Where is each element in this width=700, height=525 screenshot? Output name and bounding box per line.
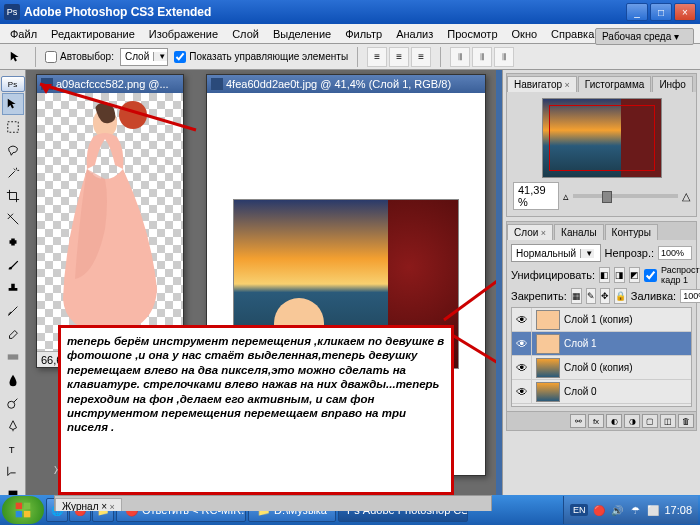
autoselect-checkbox[interactable] xyxy=(45,51,57,63)
fx-icon[interactable]: fx xyxy=(588,414,604,428)
tray-icon[interactable]: 🔴 xyxy=(592,503,606,517)
tab-info[interactable]: Инфо xyxy=(652,76,693,92)
eraser-tool[interactable] xyxy=(2,323,24,345)
visibility-icon[interactable]: 👁 xyxy=(512,308,532,331)
zoom-in-icon[interactable]: △ xyxy=(682,190,690,203)
navigator-thumb[interactable] xyxy=(542,98,662,178)
menu-filter[interactable]: Фильтр xyxy=(339,26,388,42)
options-bar: Автовыбор: Слой▼ Показать управляющие эл… xyxy=(0,44,700,70)
layer-row[interactable]: 👁Слой 1 xyxy=(512,332,691,356)
crop-tool[interactable] xyxy=(2,185,24,207)
zoom-out-icon[interactable]: ▵ xyxy=(563,190,569,203)
dodge-tool[interactable] xyxy=(2,392,24,414)
start-button[interactable] xyxy=(2,496,44,524)
stamp-tool[interactable] xyxy=(2,277,24,299)
menu-layer[interactable]: Слой xyxy=(226,26,265,42)
animation-panel[interactable]: Журнал × 0 сек. Всегда◄◄◄▶►►► xyxy=(54,495,492,511)
svg-rect-3 xyxy=(7,354,18,359)
ps-toggle[interactable]: Ps xyxy=(1,76,25,92)
unify-icon[interactable]: ◧ xyxy=(599,267,610,283)
move-tool-icon[interactable] xyxy=(6,47,26,67)
tray-icon[interactable]: 🔊 xyxy=(610,503,624,517)
folder-icon[interactable]: ▢ xyxy=(642,414,658,428)
layer-row[interactable]: 👁Слой 0 (копия) xyxy=(512,356,691,380)
fill-value[interactable]: 100% xyxy=(680,289,700,303)
nav-zoom-value[interactable]: 41,39 % xyxy=(513,182,559,210)
menu-edit[interactable]: Редактирование xyxy=(45,26,141,42)
align-icon[interactable]: ≡ xyxy=(389,47,409,67)
tab-paths[interactable]: Контуры xyxy=(605,224,658,240)
nav-zoom-slider[interactable] xyxy=(573,194,678,198)
visibility-icon[interactable]: 👁 xyxy=(512,332,532,355)
link-icon[interactable]: ⚯ xyxy=(570,414,586,428)
blend-mode-combo[interactable]: Нормальный▼ xyxy=(511,244,601,262)
tab-layers[interactable]: Слои xyxy=(507,224,553,240)
wand-tool[interactable] xyxy=(2,162,24,184)
trash-icon[interactable]: 🗑 xyxy=(678,414,694,428)
lang-indicator[interactable]: EN xyxy=(570,504,589,516)
align-icon[interactable]: ≡ xyxy=(367,47,387,67)
maximize-button[interactable]: □ xyxy=(650,3,672,21)
blur-tool[interactable] xyxy=(2,369,24,391)
svg-point-4 xyxy=(7,401,14,408)
showcontrols-checkbox[interactable] xyxy=(174,51,186,63)
new-layer-icon[interactable]: ◫ xyxy=(660,414,676,428)
image-woman-dress[interactable] xyxy=(55,99,165,339)
svg-rect-2 xyxy=(11,239,15,246)
close-button[interactable]: × xyxy=(674,3,696,21)
lasso-tool[interactable] xyxy=(2,139,24,161)
doc2-title: 4fea60dd2ae0t.jpg @ 41,4% (Слой 1, RGB/8… xyxy=(226,78,481,90)
app-icon: Ps xyxy=(4,4,20,20)
type-tool[interactable]: T xyxy=(2,438,24,460)
svg-text:T: T xyxy=(8,444,14,455)
visibility-icon[interactable]: 👁 xyxy=(512,380,532,403)
window-title: Adobe Photoshop CS3 Extended xyxy=(24,5,626,19)
minimize-button[interactable]: _ xyxy=(626,3,648,21)
tutorial-text-overlay: теперь берём инструмент перемещения ,кли… xyxy=(58,325,454,495)
lock-icon[interactable]: ✥ xyxy=(600,288,610,304)
align-icon[interactable]: ≡ xyxy=(411,47,431,67)
opacity-value[interactable]: 100% xyxy=(658,246,692,260)
tab-navigator[interactable]: Навигатор xyxy=(507,76,577,92)
menu-select[interactable]: Выделение xyxy=(267,26,337,42)
visibility-icon[interactable]: 👁 xyxy=(512,356,532,379)
heal-tool[interactable] xyxy=(2,231,24,253)
distribute-icon[interactable]: ⫴ xyxy=(494,47,514,67)
lock-icon[interactable]: ▦ xyxy=(571,288,582,304)
slice-tool[interactable] xyxy=(2,208,24,230)
tab-channels[interactable]: Каналы xyxy=(554,224,604,240)
document-window-1[interactable]: a09acfccc582.png @... 66,6... xyxy=(36,74,184,368)
distribute-icon[interactable]: ⫴ xyxy=(472,47,492,67)
tab-histogram[interactable]: Гистограмма xyxy=(578,76,652,92)
gradient-tool[interactable] xyxy=(2,346,24,368)
tray-icon[interactable]: ☂ xyxy=(628,503,642,517)
clock[interactable]: 17:08 xyxy=(664,504,692,516)
brush-tool[interactable] xyxy=(2,254,24,276)
propagate-checkbox[interactable] xyxy=(644,269,657,282)
unify-icon[interactable]: ◨ xyxy=(614,267,625,283)
unify-icon[interactable]: ◩ xyxy=(629,267,640,283)
workspace-button[interactable]: Рабочая среда ▾ xyxy=(595,28,694,45)
tray-icon[interactable]: ⬜ xyxy=(646,503,660,517)
mask-icon[interactable]: ◐ xyxy=(606,414,622,428)
tab-history[interactable]: Журнал × xyxy=(55,498,122,511)
layer-row[interactable]: 👁Слой 1 (копия) xyxy=(512,308,691,332)
menu-view[interactable]: Просмотр xyxy=(441,26,503,42)
menu-help[interactable]: Справка xyxy=(545,26,600,42)
pen-tool[interactable] xyxy=(2,415,24,437)
path-tool[interactable] xyxy=(2,461,24,483)
menu-file[interactable]: Файл xyxy=(4,26,43,42)
move-tool[interactable] xyxy=(2,93,24,115)
autoselect-combo[interactable]: Слой▼ xyxy=(120,48,168,66)
lock-icon[interactable]: ✎ xyxy=(586,288,596,304)
menu-image[interactable]: Изображение xyxy=(143,26,224,42)
history-brush-tool[interactable] xyxy=(2,300,24,322)
adjust-icon[interactable]: ◑ xyxy=(624,414,640,428)
menu-window[interactable]: Окно xyxy=(506,26,544,42)
lock-icon[interactable]: 🔒 xyxy=(614,288,627,304)
layer-row[interactable]: 👁Слой 0 xyxy=(512,380,691,404)
menu-analysis[interactable]: Анализ xyxy=(390,26,439,42)
distribute-icon[interactable]: ⫴ xyxy=(450,47,470,67)
marquee-tool[interactable] xyxy=(2,116,24,138)
panels-dock: Навигатор Гистограмма Инфо 41,39 % ▵ △ С… xyxy=(502,70,700,511)
